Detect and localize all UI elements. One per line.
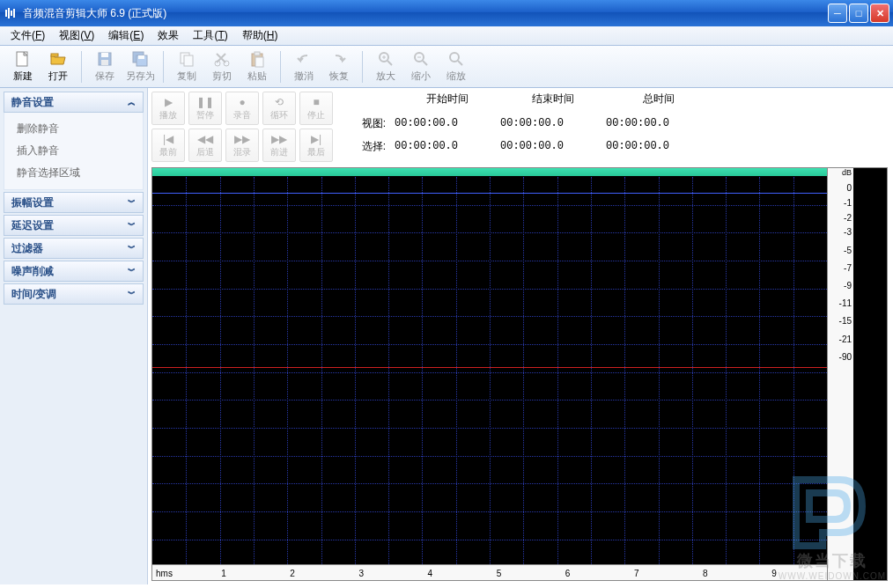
svg-point-21 bbox=[450, 53, 459, 62]
save-icon bbox=[96, 50, 114, 68]
saveas-icon bbox=[131, 50, 149, 68]
transport-暂停-button[interactable]: ❚❚暂停 bbox=[188, 92, 222, 125]
svg-rect-5 bbox=[51, 54, 58, 56]
grid-line bbox=[152, 289, 827, 290]
grid-line bbox=[692, 177, 693, 564]
toolbar-separator bbox=[163, 51, 164, 83]
menu-帮助[interactable]: 帮助(H) bbox=[235, 26, 285, 45]
cut-icon bbox=[213, 50, 231, 68]
tool-zoomin-button: 放大 bbox=[368, 48, 403, 86]
minimize-button[interactable]: ─ bbox=[828, 4, 847, 23]
svg-rect-7 bbox=[101, 53, 108, 57]
time-value: 00:00:00.0 bbox=[500, 117, 606, 129]
menu-文件[interactable]: 文件(F) bbox=[4, 26, 52, 45]
level-meter bbox=[853, 168, 887, 580]
chevron-icon: ︾ bbox=[128, 266, 136, 277]
waveform-grid bbox=[152, 177, 827, 564]
paste-icon bbox=[248, 50, 266, 68]
tool-new-button[interactable]: 新建 bbox=[5, 48, 41, 86]
db-tick: -1 bbox=[829, 198, 852, 208]
svg-rect-17 bbox=[255, 52, 260, 55]
waveform-canvas[interactable]: hms 123456789 bbox=[152, 168, 827, 580]
tool-zoomout-button: 缩小 bbox=[403, 48, 439, 86]
time-tick: 4 bbox=[428, 569, 433, 578]
toolbar: 新建打开保存另存为复制剪切粘贴撤消恢复放大缩小缩放 bbox=[0, 46, 893, 88]
db-tick: -2 bbox=[829, 213, 852, 223]
grid-line bbox=[152, 316, 827, 317]
close-button[interactable]: ✕ bbox=[870, 4, 889, 23]
transport-前进-button[interactable]: ▶▶前进 bbox=[262, 129, 296, 162]
transport-混录-button[interactable]: ▶▶混录 bbox=[225, 129, 259, 162]
tool-open-button[interactable]: 打开 bbox=[41, 48, 76, 86]
grid-line bbox=[152, 456, 827, 457]
zoomout-icon bbox=[412, 50, 430, 68]
grid-line bbox=[152, 232, 827, 233]
svg-rect-0 bbox=[5, 10, 7, 17]
grid-line bbox=[152, 205, 827, 206]
app-icon bbox=[4, 6, 18, 20]
time-tick: 8 bbox=[703, 569, 708, 578]
db-tick: -5 bbox=[829, 246, 852, 255]
transport-icon: ◀◀ bbox=[197, 133, 213, 145]
transport-录音-button[interactable]: ●录音 bbox=[225, 92, 259, 125]
grid-line bbox=[726, 177, 727, 564]
grid-line bbox=[759, 177, 760, 564]
main-area: 静音设置︽删除静音插入静音静音选择区域振幅设置︾延迟设置︾过滤器︾噪声削减︾时间… bbox=[0, 88, 893, 584]
db-scale: dB 0-1-2-3-5-7-9-11-15-21-90 bbox=[827, 168, 853, 580]
grid-line bbox=[355, 177, 356, 564]
sidebar-header-2[interactable]: 延迟设置︾ bbox=[4, 215, 144, 236]
db-tick: -90 bbox=[829, 352, 852, 362]
sidebar-header-3[interactable]: 过滤器︾ bbox=[4, 238, 144, 259]
transport-最前-button[interactable]: |◀最前 bbox=[151, 129, 185, 162]
sidebar-body-0: 删除静音插入静音静音选择区域 bbox=[4, 113, 144, 190]
time-row-label: 视图: bbox=[351, 116, 395, 131]
grid-line bbox=[659, 177, 660, 564]
svg-rect-11 bbox=[138, 55, 144, 59]
db-tick: -9 bbox=[829, 281, 852, 290]
maximize-button[interactable]: □ bbox=[849, 4, 868, 23]
sidebar-item[interactable]: 静音选择区域 bbox=[4, 162, 143, 184]
transport-最后-button[interactable]: ▶|最后 bbox=[299, 129, 333, 162]
grid-line bbox=[287, 177, 288, 564]
transport-循环-button[interactable]: ⟲循环 bbox=[262, 92, 296, 125]
menu-工具[interactable]: 工具(T) bbox=[186, 26, 234, 45]
tool-save-button: 保存 bbox=[87, 48, 122, 86]
time-value: 00:00:00.0 bbox=[395, 140, 500, 152]
grid-line bbox=[557, 177, 558, 564]
grid-line bbox=[456, 177, 457, 564]
chevron-icon: ︾ bbox=[128, 243, 136, 254]
svg-rect-13 bbox=[184, 55, 193, 66]
menu-编辑[interactable]: 编辑(E) bbox=[101, 26, 151, 45]
sidebar-header-1[interactable]: 振幅设置︾ bbox=[4, 192, 144, 213]
transport-停止-button[interactable]: ■停止 bbox=[299, 92, 333, 125]
transport-controls: ▶播放❚❚暂停●录音⟲循环■停止|◀最前◀◀后退▶▶混录▶▶前进▶|最后 bbox=[151, 92, 333, 162]
timeline-selection-bar[interactable] bbox=[152, 168, 827, 177]
db-tick: -3 bbox=[829, 227, 852, 237]
sidebar-item[interactable]: 删除静音 bbox=[4, 118, 143, 140]
sidebar-header-5[interactable]: 时间/变调︾ bbox=[4, 283, 144, 305]
sidebar-item[interactable]: 插入静音 bbox=[4, 140, 143, 162]
time-axis-unit: hms bbox=[156, 569, 173, 578]
svg-rect-18 bbox=[255, 57, 263, 67]
transport-后退-button[interactable]: ◀◀后退 bbox=[188, 129, 222, 162]
time-header: 总时间 bbox=[606, 92, 712, 107]
transport-icon: ⟲ bbox=[275, 96, 284, 108]
transport-icon: ▶ bbox=[165, 96, 173, 108]
time-tick: 5 bbox=[497, 569, 502, 578]
time-tick: 3 bbox=[358, 569, 364, 578]
tool-redo-button: 恢复 bbox=[321, 48, 357, 86]
content-area: ▶播放❚❚暂停●录音⟲循环■停止|◀最前◀◀后退▶▶混录▶▶前进▶|最后 开始时… bbox=[148, 88, 893, 584]
transport-icon: |◀ bbox=[163, 133, 173, 145]
sidebar: 静音设置︽删除静音插入静音静音选择区域振幅设置︾延迟设置︾过滤器︾噪声削减︾时间… bbox=[0, 88, 148, 584]
grid-line bbox=[523, 177, 524, 564]
menu-视图[interactable]: 视图(V) bbox=[52, 26, 101, 45]
sidebar-header-4[interactable]: 噪声削减︾ bbox=[4, 261, 144, 282]
time-axis: hms 123456789 bbox=[152, 564, 827, 580]
svg-point-15 bbox=[224, 61, 229, 66]
transport-播放-button[interactable]: ▶播放 bbox=[151, 92, 185, 125]
toolbar-separator bbox=[280, 51, 281, 83]
menu-效果[interactable]: 效果 bbox=[151, 26, 186, 45]
sidebar-header-0[interactable]: 静音设置︽ bbox=[4, 92, 144, 113]
transport-icon: ▶▶ bbox=[271, 133, 287, 145]
db-tick: -11 bbox=[829, 298, 852, 308]
